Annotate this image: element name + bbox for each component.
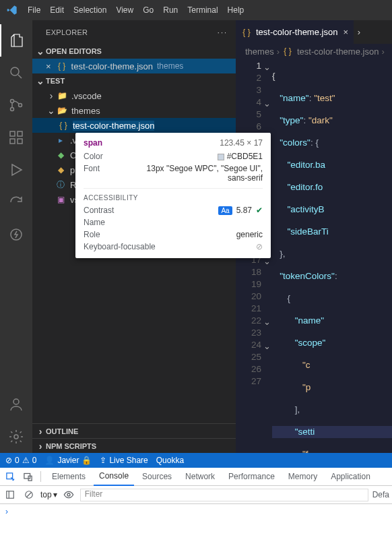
sync-icon[interactable] bbox=[0, 186, 32, 218]
menu-file[interactable]: File bbox=[23, 3, 45, 18]
dt-tab-network[interactable]: Network bbox=[180, 468, 220, 485]
menu-view[interactable]: View bbox=[111, 3, 138, 18]
breadcrumb-item[interactable]: test-color-theme.json bbox=[297, 47, 379, 57]
status-quokka[interactable]: Quokka bbox=[156, 456, 184, 465]
tree-label: .vscode bbox=[71, 91, 102, 101]
npm-section[interactable]: ›NPM SCRIPTS bbox=[32, 438, 236, 453]
dt-tab-memory[interactable]: Memory bbox=[283, 468, 323, 485]
test-section-label: TEST bbox=[46, 77, 65, 85]
tooltip-role-value: generic bbox=[236, 230, 263, 239]
tooltip-color-value: #CBD5E1 bbox=[227, 152, 263, 161]
explorer-icon[interactable] bbox=[0, 24, 32, 57]
share-icon: ⇪ bbox=[100, 456, 106, 465]
clear-console-icon[interactable] bbox=[22, 487, 36, 502]
svg-point-0 bbox=[11, 67, 19, 75]
npm-label: NPM SCRIPTS bbox=[46, 442, 96, 450]
file-icon: ▣ bbox=[55, 194, 66, 205]
file-icon: ◆ bbox=[55, 164, 66, 175]
svg-point-2 bbox=[11, 108, 14, 111]
close-icon[interactable]: × bbox=[46, 61, 51, 71]
account-icon[interactable] bbox=[0, 388, 32, 421]
filter-input[interactable]: Filter bbox=[80, 489, 368, 501]
tree-folder-themes[interactable]: ⌄📂themes bbox=[32, 103, 236, 118]
menu-go[interactable]: Go bbox=[138, 3, 158, 18]
open-editor-item[interactable]: × { } test-color-theme.json themes bbox=[32, 59, 236, 73]
explorer-more-icon[interactable]: ··· bbox=[218, 28, 228, 36]
menu-selection[interactable]: Selection bbox=[69, 3, 111, 18]
activity-bar bbox=[0, 20, 32, 453]
dt-tab-elements[interactable]: Elements bbox=[46, 468, 91, 485]
svg-rect-7 bbox=[18, 131, 22, 136]
svg-point-10 bbox=[14, 435, 18, 439]
menu-terminal[interactable]: Terminal bbox=[183, 3, 222, 18]
dt-tab-sources[interactable]: Sources bbox=[137, 468, 177, 485]
tab-scroll-right-icon[interactable]: › bbox=[354, 20, 364, 44]
tooltip-color-label: Color bbox=[84, 152, 103, 161]
tooltip-contrast-value: 5.87 bbox=[236, 206, 252, 215]
folder-open-icon: 📂 bbox=[57, 105, 67, 116]
menu-run[interactable]: Run bbox=[158, 3, 183, 18]
user-icon: 👤 bbox=[44, 456, 55, 465]
search-icon[interactable] bbox=[0, 57, 32, 89]
lock-icon: 🔒 bbox=[81, 456, 92, 465]
open-editors-section[interactable]: ⌄OPEN EDITORS bbox=[32, 44, 236, 59]
file-icon: ▸ bbox=[55, 135, 66, 146]
settings-icon[interactable] bbox=[0, 421, 32, 453]
dt-tab-console[interactable]: Console bbox=[94, 467, 134, 486]
file-icon: ⓘ bbox=[55, 179, 66, 190]
tree-label: test-color-theme.json bbox=[73, 121, 154, 131]
editor-tabs: { } test-color-theme.json × › bbox=[236, 20, 392, 44]
svg-point-9 bbox=[13, 399, 19, 404]
device-icon[interactable] bbox=[20, 469, 35, 484]
console-prompt[interactable]: › bbox=[0, 504, 392, 519]
open-editor-filename: test-color-theme.json bbox=[71, 61, 153, 71]
svg-point-16 bbox=[67, 493, 70, 496]
extensions-icon[interactable] bbox=[0, 121, 32, 154]
tooltip-dimensions: 123.45 × 17 bbox=[220, 138, 263, 148]
tab-label: test-color-theme.json bbox=[256, 27, 337, 37]
context-selector[interactable]: top ▾ bbox=[40, 490, 57, 499]
source-control-icon[interactable] bbox=[0, 89, 32, 121]
check-icon: ✔ bbox=[256, 206, 263, 215]
eye-icon[interactable] bbox=[61, 487, 76, 502]
tooltip-name-label: Name bbox=[84, 218, 105, 227]
code-content[interactable]: { "name": "test" "type": "dark" "colors"… bbox=[272, 59, 392, 453]
dt-tab-performance[interactable]: Performance bbox=[223, 468, 280, 485]
svg-point-3 bbox=[19, 104, 22, 107]
outline-section[interactable]: ›OUTLINE bbox=[32, 423, 236, 438]
color-swatch bbox=[218, 154, 224, 160]
error-icon: ⊘ bbox=[5, 456, 12, 465]
dt-tab-application[interactable]: Application bbox=[325, 468, 376, 485]
json-icon: { } bbox=[57, 61, 67, 71]
power-icon[interactable] bbox=[0, 218, 32, 251]
console-sidebar-icon[interactable] bbox=[3, 487, 18, 502]
tooltip-tag: span bbox=[84, 138, 102, 148]
tree-file-theme-json[interactable]: { } test-color-theme.json bbox=[32, 118, 236, 133]
tree-folder-vscode[interactable]: ›📁.vscode bbox=[32, 88, 236, 103]
folder-icon: 📁 bbox=[57, 90, 67, 101]
debug-icon[interactable] bbox=[0, 154, 32, 186]
tree-label: p bbox=[70, 165, 75, 175]
inspect-icon[interactable] bbox=[3, 469, 18, 484]
contrast-badge: Aa bbox=[218, 206, 232, 215]
test-section[interactable]: ⌄TEST bbox=[32, 73, 236, 88]
default-levels[interactable]: Defa bbox=[372, 490, 389, 499]
status-user[interactable]: 👤Javier🔒 bbox=[44, 456, 92, 465]
svg-point-1 bbox=[11, 100, 14, 103]
status-bar: ⊘0⚠0 👤Javier🔒 ⇪Live Share Quokka bbox=[0, 453, 392, 468]
titlebar: File Edit Selection View Go Run Terminal… bbox=[0, 0, 392, 20]
status-liveshare[interactable]: ⇪Live Share bbox=[100, 456, 148, 465]
element-tooltip: span 123.45 × 17 Color#CBD5E1 Font13px "… bbox=[75, 133, 271, 258]
menu-help[interactable]: Help bbox=[223, 3, 249, 18]
json-icon: { } bbox=[282, 46, 293, 57]
outline-label: OUTLINE bbox=[46, 427, 78, 435]
tooltip-kf-label: Keyboard-focusable bbox=[84, 242, 156, 251]
status-errors[interactable]: ⊘0⚠0 bbox=[5, 456, 36, 465]
editor-tab[interactable]: { } test-color-theme.json × bbox=[236, 20, 354, 44]
svg-rect-6 bbox=[18, 139, 22, 144]
close-icon[interactable]: × bbox=[343, 27, 348, 37]
menu-edit[interactable]: Edit bbox=[45, 3, 69, 18]
breadcrumb-item[interactable]: themes bbox=[245, 47, 274, 57]
vscode-logo-icon bbox=[7, 5, 18, 16]
breadcrumb[interactable]: themes› { } test-color-theme.json› bbox=[236, 44, 392, 59]
